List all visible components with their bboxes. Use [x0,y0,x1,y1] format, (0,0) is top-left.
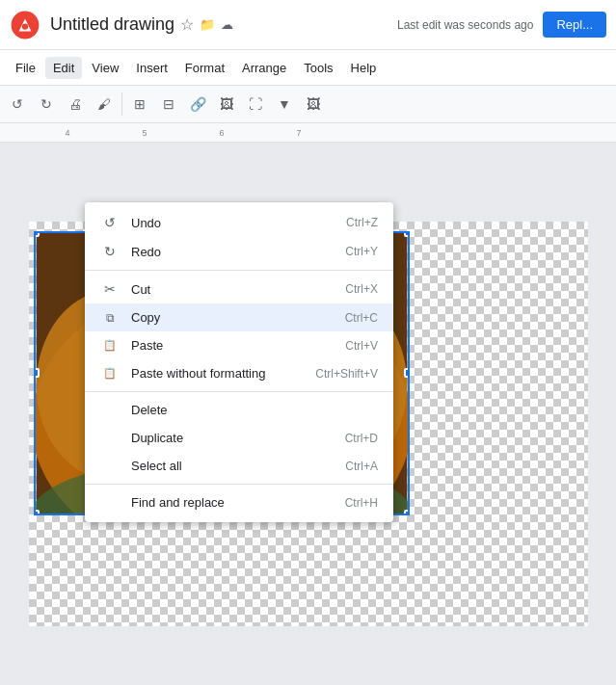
context-menu-delete[interactable]: Delete [85,396,393,424]
toolbar-icon-7[interactable]: 🖼 [300,91,327,118]
cut-icon: ✂ [100,281,120,297]
ruler-mark-5: 5 [106,128,183,138]
cut-shortcut: Ctrl+X [345,282,378,296]
paste-icon: 📋 [100,339,120,352]
paste-label: Paste [131,338,345,353]
handle-top-left[interactable] [34,231,40,237]
redo-icon: ↻ [100,244,120,259]
app-logo [10,10,40,40]
menu-tools[interactable]: Tools [296,57,340,79]
menu-edit[interactable]: Edit [45,57,82,79]
redo-shortcut: Ctrl+Y [345,245,378,258]
paint-format-button[interactable]: 🖌 [91,91,118,118]
toolbar-icon-6[interactable]: ▼ [271,91,298,118]
copy-icon: ⧉ [100,311,120,325]
separator-2 [85,391,393,392]
folder-icon[interactable]: 📁 [200,17,215,32]
undo-button[interactable]: ↺ [4,91,31,118]
separator-1 [121,92,122,116]
undo-shortcut: Ctrl+Z [346,216,378,229]
separator-3 [85,484,393,485]
menu-view[interactable]: View [84,57,126,79]
menu-file[interactable]: File [8,57,43,79]
find-replace-shortcut: Ctrl+H [345,496,378,510]
ruler: 4 5 6 7 [0,123,616,143]
undo-label: Undo [131,216,346,230]
handle-top-right[interactable] [404,231,410,237]
handle-mid-right[interactable] [404,368,410,378]
context-menu-cut[interactable]: ✂ Cut Ctrl+X [85,275,393,303]
toolbar-icon-2[interactable]: ⊟ [155,91,182,118]
handle-bottom-right[interactable] [404,510,410,515]
svg-point-1 [22,23,28,29]
menu-insert[interactable]: Insert [128,57,175,79]
ruler-mark-7: 7 [260,128,337,138]
toolbar: ↺ ↻ 🖨 🖌 ⊞ ⊟ 🔗 🖼 ⛶ ▼ 🖼 [0,85,616,123]
copy-shortcut: Ctrl+C [345,311,378,325]
context-menu-duplicate[interactable]: Duplicate Ctrl+D [85,424,393,452]
paste-shortcut: Ctrl+V [345,339,378,353]
repl-button[interactable]: Repl... [543,12,606,38]
title-bar: Untitled drawing ☆ 📁 ☁ Last edit was sec… [0,0,616,50]
print-button[interactable]: 🖨 [62,91,89,118]
paste-no-format-shortcut: Ctrl+Shift+V [315,367,378,381]
context-menu: ↺ Undo Ctrl+Z ↻ Redo Ctrl+Y ✂ Cut Ctrl+X… [85,202,393,522]
menu-arrange[interactable]: Arrange [234,57,294,79]
context-menu-undo[interactable]: ↺ Undo Ctrl+Z [85,208,393,237]
context-menu-redo[interactable]: ↻ Redo Ctrl+Y [85,237,393,266]
duplicate-shortcut: Ctrl+D [345,432,378,445]
ruler-mark-4: 4 [29,128,106,138]
paste-no-format-icon: 📋 [100,367,120,380]
toolbar-icon-4[interactable]: 🖼 [213,91,240,118]
context-menu-paste-no-format[interactable]: 📋 Paste without formatting Ctrl+Shift+V [85,359,393,387]
menu-bar: File Edit View Insert Format Arrange Too… [0,50,616,85]
last-edit-text: Last edit was seconds ago [397,18,543,32]
delete-label: Delete [131,403,378,417]
select-all-label: Select all [131,459,345,473]
context-menu-copy[interactable]: ⧉ Copy Ctrl+C [85,303,393,331]
redo-button[interactable]: ↻ [33,91,60,118]
toolbar-icon-5[interactable]: ⛶ [242,91,269,118]
select-all-shortcut: Ctrl+A [345,460,378,473]
star-icon[interactable]: ☆ [180,15,194,34]
duplicate-label: Duplicate [131,431,345,445]
menu-format[interactable]: Format [177,57,232,79]
title-area: Untitled drawing ☆ 📁 ☁ [50,14,397,35]
cloud-icon[interactable]: ☁ [221,17,233,32]
undo-icon: ↺ [100,215,120,230]
copy-label: Copy [131,310,345,325]
toolbar-icon-1[interactable]: ⊞ [126,91,153,118]
handle-mid-left[interactable] [34,368,40,378]
find-replace-label: Find and replace [131,495,345,510]
context-menu-paste[interactable]: 📋 Paste Ctrl+V [85,331,393,359]
cut-label: Cut [131,282,345,297]
doc-title[interactable]: Untitled drawing [50,14,174,35]
canvas-area[interactable]: ↺ Undo Ctrl+Z ↻ Redo Ctrl+Y ✂ Cut Ctrl+X… [0,143,616,685]
menu-help[interactable]: Help [343,57,385,79]
toolbar-icon-3[interactable]: 🔗 [184,91,211,118]
handle-bottom-left[interactable] [34,510,40,515]
doc-title-row: Untitled drawing ☆ 📁 ☁ [50,14,397,35]
context-menu-find-replace[interactable]: Find and replace Ctrl+H [85,488,393,516]
paste-no-format-label: Paste without formatting [131,366,315,381]
redo-label: Redo [131,245,345,259]
ruler-marks: 4 5 6 7 [29,128,337,138]
separator-1 [85,270,393,271]
context-menu-select-all[interactable]: Select all Ctrl+A [85,452,393,480]
ruler-mark-6: 6 [183,128,260,138]
